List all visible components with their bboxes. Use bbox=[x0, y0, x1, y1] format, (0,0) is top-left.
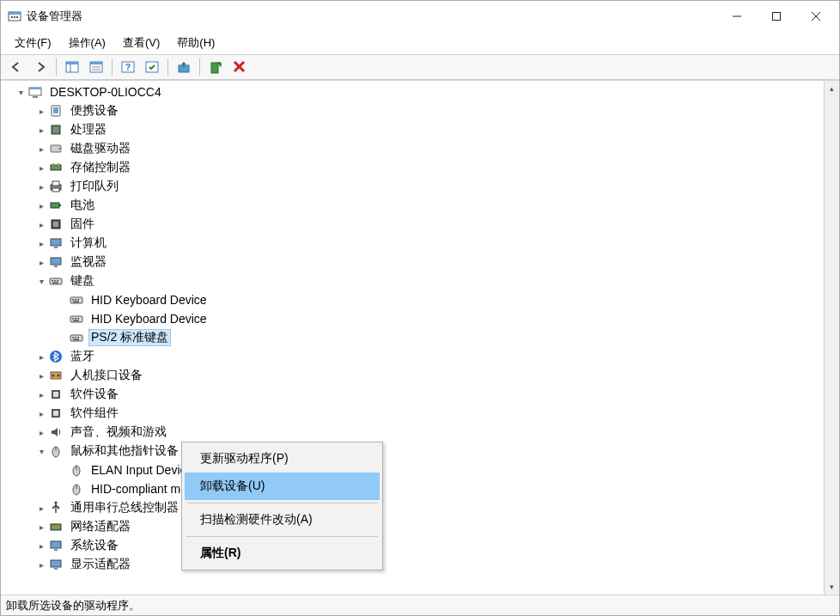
scroll-down-arrow[interactable]: ▾ bbox=[825, 579, 839, 595]
ctx-scan[interactable]: 扫描检测硬件改动(A) bbox=[185, 506, 380, 534]
vertical-scrollbar[interactable]: ▴ ▾ bbox=[824, 81, 839, 595]
ctx-update-driver[interactable]: 更新驱动程序(P) bbox=[185, 445, 380, 473]
tree-category-portable[interactable]: ▸ 便携设备 bbox=[6, 101, 824, 120]
chevron-right-icon[interactable]: ▸ bbox=[35, 162, 47, 174]
hid-icon bbox=[49, 369, 63, 382]
tree-label: 便携设备 bbox=[68, 102, 121, 119]
scroll-up-arrow[interactable]: ▴ bbox=[825, 81, 839, 96]
tree-category-network[interactable]: ▸ 网络适配器 bbox=[6, 517, 824, 536]
app-icon bbox=[8, 9, 21, 23]
chevron-down-icon[interactable]: ▾ bbox=[15, 86, 27, 98]
ctx-properties[interactable]: 属性(R) bbox=[185, 540, 380, 567]
menu-file[interactable]: 文件(F) bbox=[6, 33, 60, 53]
tree-label: HID Keyboard Device bbox=[88, 311, 210, 326]
tree-category-softcomp[interactable]: ▸ 软件组件 bbox=[6, 404, 824, 423]
tree-category-sound[interactable]: ▸ 声音、视频和游戏 bbox=[6, 423, 824, 442]
tree-category-hid[interactable]: ▸ 人机接口设备 bbox=[6, 366, 824, 385]
minimize-button[interactable] bbox=[717, 3, 757, 29]
system-icon bbox=[49, 539, 63, 552]
menu-help[interactable]: 帮助(H) bbox=[168, 33, 223, 53]
chevron-right-icon[interactable]: ▸ bbox=[35, 124, 47, 136]
chevron-right-icon[interactable]: ▸ bbox=[35, 237, 47, 249]
tree-category-storage[interactable]: ▸ 存储控制器 bbox=[6, 158, 824, 177]
chevron-right-icon[interactable]: ▸ bbox=[35, 351, 47, 363]
chevron-down-icon[interactable]: ▾ bbox=[35, 445, 47, 457]
back-button[interactable] bbox=[5, 57, 27, 77]
tree-category-battery[interactable]: ▸ 电池 bbox=[6, 196, 824, 215]
tree-root[interactable]: ▾ DESKTOP-0LIOCC4 bbox=[6, 82, 824, 101]
menu-action[interactable]: 操作(A) bbox=[60, 33, 114, 53]
help-button[interactable]: ? bbox=[117, 57, 139, 77]
tree-category-firmware[interactable]: ▸ 固件 bbox=[6, 215, 824, 234]
chevron-right-icon[interactable]: ▸ bbox=[35, 558, 47, 570]
menu-view[interactable]: 查看(V) bbox=[114, 33, 168, 53]
tree-device-hid-keyboard[interactable]: HID Keyboard Device bbox=[6, 309, 824, 328]
chevron-right-icon[interactable]: ▸ bbox=[35, 426, 47, 438]
svg-rect-60 bbox=[75, 318, 76, 320]
toolbar: ? + bbox=[1, 54, 839, 80]
tree-label: 固件 bbox=[68, 216, 97, 233]
speaker-icon bbox=[49, 425, 63, 439]
chevron-right-icon[interactable]: ▸ bbox=[35, 105, 47, 117]
uninstall-button[interactable] bbox=[228, 57, 251, 77]
svg-point-84 bbox=[58, 507, 60, 509]
keyboard-icon bbox=[70, 312, 83, 326]
chevron-right-icon[interactable]: ▸ bbox=[35, 502, 47, 514]
tree-device-hid-keyboard[interactable]: HID Keyboard Device bbox=[6, 290, 824, 309]
tree-category-usb[interactable]: ▸ 通用串行总线控制器 bbox=[6, 498, 824, 517]
storage-icon bbox=[49, 161, 63, 174]
tree-device-hid-mouse[interactable]: HID-compliant mouse bbox=[6, 479, 824, 498]
chevron-right-icon[interactable]: ▸ bbox=[35, 388, 47, 400]
chevron-right-icon[interactable]: ▸ bbox=[35, 199, 47, 211]
tree-device-elan[interactable]: ELAN Input Device bbox=[6, 460, 824, 479]
tree-category-printqueue[interactable]: ▸ 打印队列 bbox=[6, 177, 824, 196]
scan-button[interactable] bbox=[141, 57, 163, 77]
mouse-icon bbox=[70, 463, 83, 477]
tree-category-softdev[interactable]: ▸ 软件设备 bbox=[6, 385, 824, 404]
tree-category-system[interactable]: ▸ 系统设备 bbox=[6, 536, 824, 555]
tree-category-disk[interactable]: ▸ 磁盘驱动器 bbox=[6, 139, 824, 158]
disk-icon bbox=[49, 142, 63, 156]
tree-label: 声音、视频和游戏 bbox=[68, 424, 169, 441]
chevron-right-icon[interactable]: ▸ bbox=[35, 180, 47, 192]
svg-rect-2 bbox=[11, 16, 13, 18]
tree-category-mouse[interactable]: ▾ 鼠标和其他指针设备 bbox=[6, 442, 824, 460]
expander-blank bbox=[56, 313, 68, 325]
update-driver-button[interactable] bbox=[173, 57, 195, 77]
device-tree[interactable]: ▾ DESKTOP-0LIOCC4 ▸ 便携设备 ▸ 处理器 ▸ 磁盘驱动器 ▸… bbox=[1, 81, 824, 595]
svg-rect-1 bbox=[9, 12, 21, 15]
show-hide-tree-button[interactable] bbox=[61, 57, 83, 77]
svg-rect-61 bbox=[77, 318, 79, 320]
chevron-right-icon[interactable]: ▸ bbox=[35, 407, 47, 419]
tree-device-ps2-keyboard[interactable]: PS/2 标准键盘 bbox=[6, 328, 824, 347]
window-title: 设备管理器 bbox=[27, 9, 717, 24]
chevron-right-icon[interactable]: ▸ bbox=[35, 540, 47, 552]
tree-category-keyboard[interactable]: ▾ 键盘 bbox=[6, 271, 824, 290]
tree-category-processor[interactable]: ▸ 处理器 bbox=[6, 120, 824, 139]
tree-category-bluetooth[interactable]: ▸ 蓝牙 bbox=[6, 347, 824, 366]
chevron-right-icon[interactable]: ▸ bbox=[35, 143, 47, 155]
tree-label: 蓝牙 bbox=[68, 348, 97, 365]
close-button[interactable] bbox=[796, 3, 836, 29]
tree-category-computer[interactable]: ▸ 计算机 bbox=[6, 234, 824, 253]
svg-rect-4 bbox=[16, 16, 18, 18]
ctx-uninstall[interactable]: 卸载设备(U) bbox=[185, 473, 380, 500]
chevron-right-icon[interactable]: ▸ bbox=[35, 218, 47, 230]
tree-label: 键盘 bbox=[68, 272, 97, 290]
svg-text:+: + bbox=[217, 63, 221, 68]
svg-rect-43 bbox=[53, 222, 58, 227]
svg-rect-36 bbox=[58, 163, 59, 166]
maximize-button[interactable] bbox=[757, 3, 796, 29]
forward-button[interactable] bbox=[29, 57, 52, 77]
tree-category-monitor[interactable]: ▸ 监视器 bbox=[6, 253, 824, 271]
printer-icon bbox=[49, 180, 63, 193]
install-legacy-button[interactable]: + bbox=[204, 57, 227, 77]
chevron-right-icon[interactable]: ▸ bbox=[35, 256, 47, 268]
tree-category-display[interactable]: ▸ 显示适配器 bbox=[6, 555, 824, 574]
chevron-right-icon[interactable]: ▸ bbox=[35, 521, 47, 533]
properties-button[interactable] bbox=[85, 57, 107, 77]
chevron-down-icon[interactable]: ▾ bbox=[35, 275, 47, 287]
chip-icon bbox=[49, 123, 63, 137]
chevron-right-icon[interactable]: ▸ bbox=[35, 369, 47, 381]
svg-rect-49 bbox=[52, 280, 53, 282]
